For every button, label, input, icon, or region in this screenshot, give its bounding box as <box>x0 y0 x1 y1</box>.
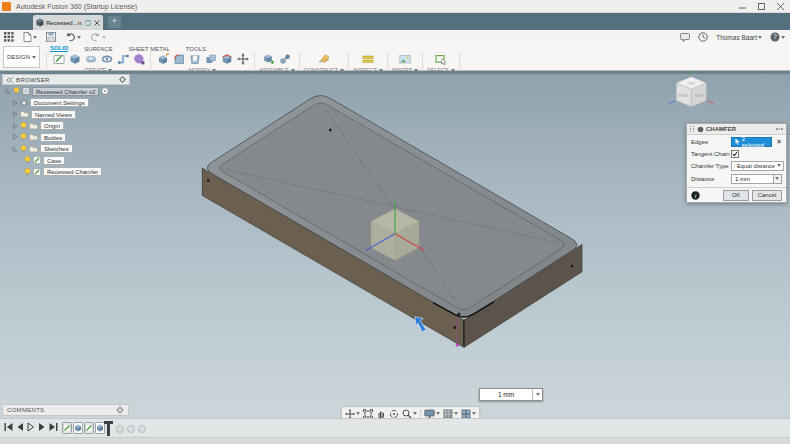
display-settings-tool[interactable] <box>424 409 440 419</box>
create-sketch-icon[interactable] <box>51 52 66 66</box>
collapse-panel-icon[interactable] <box>6 77 13 83</box>
pan-orbit-tool[interactable] <box>345 409 360 419</box>
browser-item-origin[interactable]: Origin <box>2 120 130 131</box>
timeline-scroll-strip[interactable] <box>0 437 790 444</box>
browser-item-sketches[interactable]: Sketches <box>2 143 130 154</box>
measurement-anchor-point[interactable] <box>456 343 459 346</box>
browser-root-label[interactable]: Recessed Chamfer v2 <box>32 87 99 96</box>
tangent-chain-checkbox[interactable] <box>731 150 739 158</box>
expand-closed-icon[interactable] <box>12 111 18 117</box>
sweep-icon[interactable] <box>99 52 114 66</box>
construction-plane-icon[interactable] <box>316 52 331 66</box>
save-button[interactable] <box>46 32 56 42</box>
comments-panel[interactable]: COMMENTS <box>2 404 129 416</box>
expand-closed-icon[interactable] <box>12 100 18 106</box>
browser-item-label[interactable]: Sketches <box>40 144 73 153</box>
zoom-tool[interactable] <box>402 409 417 419</box>
grid-snap-tool[interactable] <box>443 409 458 419</box>
browser-item-label[interactable]: Recessed Chamfer <box>43 167 102 176</box>
expand-closed-icon[interactable] <box>12 123 18 129</box>
pipe-icon[interactable] <box>115 52 130 66</box>
browser-item-document-settings[interactable]: Document Settings <box>2 97 130 108</box>
extrude-icon[interactable] <box>67 52 82 66</box>
browser-item-bodies[interactable]: Bodies <box>2 132 130 143</box>
expand-open-icon[interactable] <box>12 146 18 152</box>
visibility-bulb-icon[interactable] <box>20 145 27 153</box>
new-component-icon[interactable] <box>261 52 276 66</box>
view-cube[interactable]: TOP FRONT RIGHT <box>669 71 714 107</box>
maximize-button[interactable] <box>752 0 771 13</box>
insert-image-icon[interactable] <box>398 52 413 66</box>
fillet-icon[interactable] <box>171 52 186 66</box>
undo-button[interactable] <box>65 32 81 42</box>
chamfer-dialog-header[interactable]: CHAMFER <box>687 124 786 135</box>
timeline-feature-sketch-2[interactable] <box>84 422 94 434</box>
clear-selection-icon[interactable]: ✕ <box>776 138 782 145</box>
browser-item-sketch-recessed-chamfer[interactable]: Recessed Chamfer <box>2 166 130 177</box>
account-menu[interactable]: Thomas Baart <box>716 34 762 41</box>
new-tab-button[interactable]: + <box>108 16 121 28</box>
document-tab[interactable]: Recessed...mfer v2* <box>33 15 103 30</box>
fit-view-tool[interactable] <box>363 409 373 419</box>
chamfer-type-select[interactable]: Equal distance <box>731 161 784 171</box>
measure-icon[interactable] <box>361 52 376 66</box>
press-pull-icon[interactable] <box>155 52 170 66</box>
info-icon[interactable]: i <box>691 191 700 200</box>
play-button[interactable] <box>27 422 35 432</box>
browser-item-named-views[interactable]: Named Views <box>2 109 130 120</box>
tab-solid[interactable]: SOLID <box>50 45 68 52</box>
3d-viewport[interactable]: TOP FRONT RIGHT BROWSER Recessed Chamfer… <box>0 71 790 418</box>
visibility-bulb-icon[interactable] <box>20 133 27 141</box>
workspace-switcher[interactable]: DESIGN <box>3 46 40 68</box>
visibility-bulb-icon[interactable] <box>20 122 27 130</box>
activate-component-radio-icon[interactable] <box>101 87 109 95</box>
go-to-start-button[interactable] <box>4 422 13 432</box>
timeline-feature-extrude-1[interactable] <box>73 422 83 434</box>
timeline-position-marker[interactable] <box>107 421 110 436</box>
help-menu[interactable]: ? <box>770 32 785 42</box>
timeline-feature-sketch-1[interactable] <box>62 422 72 434</box>
browser-item-label[interactable]: Document Settings <box>30 98 89 107</box>
browser-item-root[interactable]: Recessed Chamfer v2 <box>2 86 130 97</box>
file-menu-button[interactable] <box>23 32 37 42</box>
move-copy-icon[interactable] <box>235 52 250 66</box>
dialog-drag-grip-icon[interactable] <box>690 126 695 132</box>
viewports-tool[interactable] <box>461 409 476 419</box>
revolve-icon[interactable] <box>83 52 98 66</box>
combine-icon[interactable] <box>203 52 218 66</box>
orbit-tool[interactable] <box>389 409 399 419</box>
distance-input[interactable]: 1 mm <box>731 174 774 184</box>
close-button[interactable] <box>771 0 790 13</box>
visibility-bulb-icon[interactable] <box>13 87 20 95</box>
shell-icon[interactable] <box>187 52 202 66</box>
comments-settings-gear-icon[interactable] <box>116 406 124 414</box>
browser-item-label[interactable]: Origin <box>40 121 64 130</box>
create-form-icon[interactable] <box>131 52 146 66</box>
timeline-suppressed-feature-1[interactable] <box>116 425 124 433</box>
browser-item-label[interactable]: Named Views <box>31 110 76 119</box>
joint-icon[interactable] <box>277 52 292 66</box>
viewport-distance-input[interactable]: 1 mm <box>479 388 543 401</box>
offset-face-icon[interactable] <box>219 52 234 66</box>
close-tab-icon[interactable] <box>94 20 100 26</box>
pan-hand-tool[interactable] <box>376 409 386 419</box>
cancel-button[interactable]: Cancel <box>752 190 782 201</box>
expand-open-icon[interactable] <box>5 88 11 94</box>
step-forward-button[interactable] <box>38 422 46 432</box>
ok-button[interactable]: OK <box>723 190 749 201</box>
timeline-suppressed-feature-3[interactable] <box>138 425 146 433</box>
edges-selection-chip[interactable]: 2 selected <box>731 137 772 147</box>
app-grid-icon[interactable] <box>4 32 14 42</box>
distance-dropdown-button[interactable] <box>774 174 782 184</box>
go-to-end-button[interactable] <box>49 422 58 432</box>
expand-closed-icon[interactable] <box>12 134 18 140</box>
distance-value[interactable]: 1 mm <box>480 391 532 398</box>
browser-item-sketch-case[interactable]: Case <box>2 155 130 166</box>
dialog-menu-icon[interactable] <box>776 128 783 130</box>
minimize-button[interactable] <box>733 0 752 13</box>
distance-flyout-button[interactable] <box>532 389 542 400</box>
timeline-suppressed-feature-2[interactable] <box>127 425 135 433</box>
select-icon[interactable] <box>433 52 448 66</box>
browser-item-label[interactable]: Bodies <box>40 133 66 142</box>
browser-item-label[interactable]: Case <box>43 156 65 165</box>
